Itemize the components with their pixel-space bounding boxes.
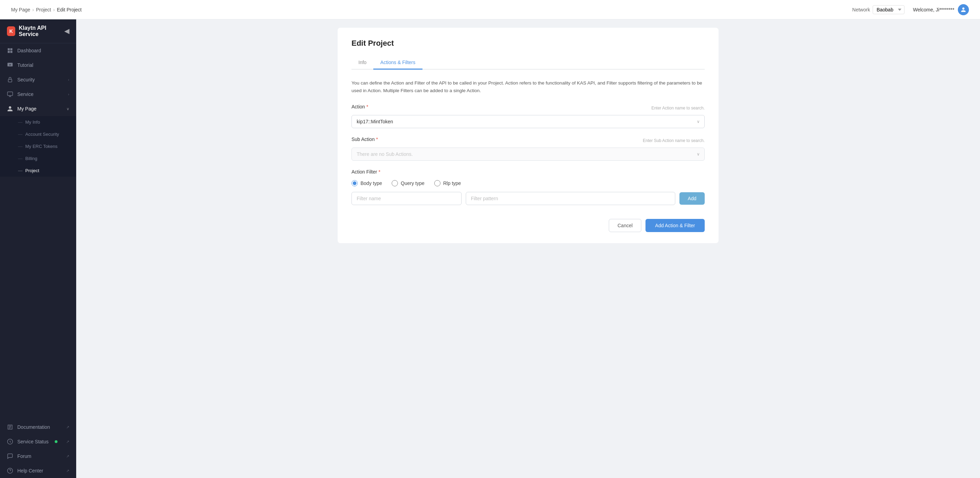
- sidebar-sub-item-account-security[interactable]: Account Security: [0, 128, 76, 140]
- network-select[interactable]: Baobab Cypress: [873, 5, 905, 14]
- action-filter-group: Action Filter* Body type Query type Rlp …: [352, 169, 705, 205]
- sidebar-item-service-status-label: Service Status: [18, 439, 48, 445]
- sub-action-hint: Enter Sub Action name to search.: [643, 138, 705, 143]
- sidebar-item-help-center[interactable]: Help Center ↗: [0, 464, 76, 478]
- sidebar-sub-item-project[interactable]: Project: [0, 164, 76, 177]
- sidebar-item-documentation-label: Documentation: [18, 424, 50, 430]
- svg-rect-3: [10, 51, 13, 53]
- filter-type-rlp-radio[interactable]: [434, 180, 441, 186]
- sidebar-sub-item-my-erc-tokens[interactable]: My ERC Tokens: [0, 140, 76, 152]
- forum-ext-icon: ↗: [66, 454, 69, 459]
- service-status-dot: [55, 440, 57, 443]
- breadcrumb-project[interactable]: Project: [36, 7, 51, 13]
- avatar[interactable]: [958, 4, 969, 15]
- sidebar-sub-item-my-info[interactable]: My Info: [0, 116, 76, 128]
- sidebar-item-service-label: Service: [18, 91, 33, 97]
- action-buttons: Cancel Add Action & Filter: [352, 219, 705, 232]
- sidebar-item-security[interactable]: Security ›: [0, 72, 76, 87]
- cancel-button[interactable]: Cancel: [609, 219, 641, 232]
- sidebar-logo: K Klaytn API Service ◀: [0, 19, 76, 43]
- action-filter-required: *: [379, 169, 380, 175]
- documentation-ext-icon: ↗: [66, 425, 69, 430]
- sidebar-item-forum-label: Forum: [18, 453, 31, 459]
- sub-action-required: *: [376, 137, 378, 142]
- sidebar-item-tutorial[interactable]: Tutorial: [0, 58, 76, 72]
- filter-type-radio-group: Body type Query type Rlp type: [352, 180, 705, 186]
- sub-action-select-wrapper: There are no Sub Actions. ∨: [352, 148, 705, 161]
- filter-type-rlp[interactable]: Rlp type: [434, 180, 461, 186]
- filter-row: Add: [352, 192, 705, 205]
- sidebar-item-dashboard-label: Dashboard: [18, 48, 41, 53]
- sidebar-item-service-status[interactable]: Service Status ↗: [0, 434, 76, 449]
- sidebar-item-tutorial-label: Tutorial: [18, 62, 33, 68]
- filter-type-query-radio[interactable]: [391, 180, 398, 186]
- breadcrumb-sep-1: ›: [32, 7, 34, 13]
- welcome-section: Welcome, Ji********: [913, 4, 969, 15]
- action-select[interactable]: kip17::MintToken: [352, 115, 705, 128]
- page-title: Edit Project: [352, 39, 705, 48]
- sidebar-sub-my-page: My Info Account Security My ERC Tokens B…: [0, 116, 76, 177]
- sidebar-item-forum[interactable]: Forum ↗: [0, 449, 76, 464]
- svg-rect-1: [10, 48, 13, 50]
- sub-action-label: Sub Action*: [352, 137, 378, 142]
- filter-type-query-label: Query type: [401, 180, 424, 186]
- filter-type-rlp-label: Rlp type: [443, 180, 461, 186]
- sidebar: K Klaytn API Service ◀ Dashboard Tutoria…: [0, 19, 76, 478]
- network-label: Network: [852, 7, 870, 13]
- filter-type-body-radio[interactable]: [352, 180, 358, 186]
- svg-rect-7: [8, 92, 13, 96]
- welcome-text: Welcome, Ji********: [913, 7, 955, 13]
- breadcrumb: My Page › Project › Edit Project: [11, 7, 82, 13]
- sidebar-collapse-btn[interactable]: ◀: [64, 27, 69, 35]
- action-select-wrapper: kip17::MintToken ∨: [352, 115, 705, 128]
- sidebar-item-my-page-label: My Page: [18, 106, 37, 112]
- help-center-ext-icon: ↗: [66, 468, 69, 473]
- sidebar-item-security-label: Security: [18, 77, 35, 83]
- service-chevron-icon: ›: [68, 92, 69, 96]
- network-section: Network Baobab Cypress: [852, 5, 905, 14]
- app-name: Klaytn API Service: [19, 25, 61, 37]
- breadcrumb-my-page[interactable]: My Page: [11, 7, 30, 13]
- sidebar-item-my-page[interactable]: My Page ∨: [0, 102, 76, 116]
- svg-rect-6: [8, 79, 12, 82]
- filter-type-query[interactable]: Query type: [391, 180, 424, 186]
- action-required: *: [366, 104, 368, 110]
- add-filter-button[interactable]: Add: [679, 192, 705, 205]
- security-chevron-icon: ›: [68, 78, 69, 82]
- tab-info[interactable]: Info: [352, 56, 373, 70]
- filter-pattern-input[interactable]: [466, 192, 675, 205]
- my-page-chevron-icon: ∨: [67, 107, 69, 111]
- sidebar-item-service[interactable]: Service ›: [0, 87, 76, 102]
- svg-rect-2: [8, 51, 10, 53]
- sidebar-item-dashboard[interactable]: Dashboard: [0, 43, 76, 58]
- action-hint: Enter Action name to search.: [651, 106, 705, 110]
- description: You can define the Action and Filter of …: [352, 79, 705, 94]
- action-group: Action* Enter Action name to search. kip…: [352, 104, 705, 128]
- tabs: Info Actions & Filters: [352, 56, 705, 70]
- action-label: Action*: [352, 104, 368, 110]
- svg-rect-0: [8, 48, 10, 50]
- sidebar-item-help-center-label: Help Center: [18, 468, 43, 473]
- page-card: Edit Project Info Actions & Filters You …: [337, 28, 719, 243]
- action-filter-label: Action Filter*: [352, 169, 380, 175]
- sub-action-group: Sub Action* Enter Sub Action name to sea…: [352, 137, 705, 161]
- filter-name-input[interactable]: [352, 192, 461, 205]
- filter-type-body[interactable]: Body type: [352, 180, 382, 186]
- add-action-filter-button[interactable]: Add Action & Filter: [646, 219, 705, 232]
- breadcrumb-sep-2: ›: [53, 7, 55, 13]
- logo-icon: K: [7, 26, 15, 36]
- filter-type-body-label: Body type: [361, 180, 382, 186]
- breadcrumb-edit-project: Edit Project: [57, 7, 82, 13]
- sub-action-select[interactable]: There are no Sub Actions.: [352, 148, 705, 161]
- main-content: Edit Project Info Actions & Filters You …: [76, 19, 980, 478]
- tab-actions-filters[interactable]: Actions & Filters: [373, 56, 422, 70]
- sidebar-item-documentation[interactable]: Documentation ↗: [0, 420, 76, 434]
- sidebar-sub-item-billing[interactable]: Billing: [0, 152, 76, 164]
- service-status-ext-icon: ↗: [66, 440, 69, 444]
